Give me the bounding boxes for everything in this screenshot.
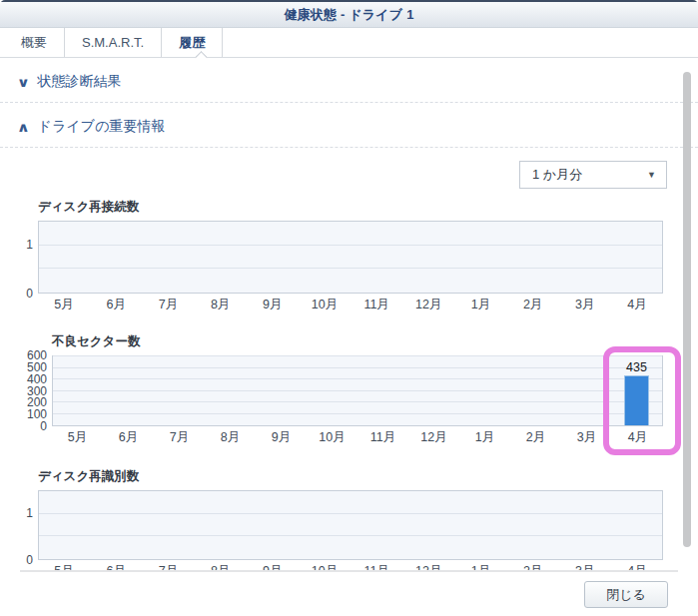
x-tick-label: 7月 [154,429,205,446]
chart-column: 435 [611,356,662,425]
period-select-row: 1 か月分 ▼ [0,161,667,189]
x-tick-label: 6月 [90,297,142,313]
period-select[interactable]: 1 か月分 ▼ [519,161,667,189]
x-tick-label: 11月 [357,429,408,446]
chart-column [560,356,611,425]
bar-4月 [624,375,649,425]
x-tick-label: 12月 [408,429,459,446]
chart-column [506,491,558,559]
x-tick-label: 8月 [195,297,247,313]
dialog-footer: 閉じる [0,570,698,616]
chart-column [350,491,402,559]
chart-x-axis: 5月6月7月8月9月10月11月12月1月2月3月4月 [38,294,663,313]
chart-x-axis: 5月6月7月8月9月10月11月12月1月2月3月4月 [52,426,663,446]
chart-column [195,222,247,293]
chart-column [195,491,247,559]
bar-value-label: 435 [626,360,647,374]
chart-column [155,356,206,425]
chart-bad-sector-count: 不良セクター数 6005004003002001000 435 5月6月7月8月… [0,333,663,446]
scrollbar-thumb[interactable] [683,72,691,547]
tab-overview[interactable]: 概要 [4,28,64,57]
chart-column [558,491,610,559]
period-select-value: 1 か月分 [532,166,582,184]
chart-plot-area [38,221,663,294]
x-tick-label: 7月 [142,297,194,313]
tab-smart[interactable]: S.M.A.R.T. [64,28,161,57]
section-diagnosis-result[interactable]: ∨ 状態診断結果 [0,58,698,103]
x-tick-label: 4月 [612,429,663,446]
x-tick-label: 12月 [402,297,454,313]
chart-column [454,491,506,559]
x-tick-label: 9月 [256,429,307,446]
chart-column [402,222,454,293]
chart-column [299,222,350,293]
x-tick-label: 2月 [510,429,561,446]
close-button[interactable]: 閉じる [584,581,668,608]
chart-plot-area: 435 [52,355,663,426]
x-tick-label: 4月 [611,297,663,313]
chart-column [454,222,506,293]
dropdown-caret-icon: ▼ [647,170,656,180]
x-tick-label: 5月 [38,297,90,313]
chevron-down-icon: ∨ [17,75,30,90]
chart-column [610,491,662,559]
x-tick-label: 9月 [247,297,299,313]
chart-column [357,356,408,425]
health-status-dialog: 健康状態 - ドライブ 1 概要 S.M.A.R.T. 履歴 ∨ 状態診断結果 … [0,0,698,616]
chart-column [459,356,510,425]
tab-history[interactable]: 履歴 [161,28,223,57]
dialog-titlebar[interactable]: 健康状態 - ドライブ 1 [0,0,698,28]
chart-disk-reidentification-count: ディスク再識別数 10 5月6月7月8月9月10月11月12月1月2月3月4月 [0,468,663,580]
chart-title: ディスク再識別数 [38,468,663,485]
chart-column [91,222,143,293]
chevron-up-icon: ∧ [17,120,30,135]
x-tick-label: 6月 [103,429,154,446]
x-tick-label: 10月 [307,429,357,446]
chart-column [506,222,558,293]
section-drive-important-info[interactable]: ∧ ドライブの重要情報 [0,103,698,148]
chart-disk-reconnection-count: ディスク再接続数 10 5月6月7月8月9月10月11月12月1月2月3月4月 [0,199,663,313]
chart-column [53,356,104,425]
chart-column [143,222,195,293]
x-tick-label: 3月 [559,297,611,313]
footer-divider [20,570,678,572]
section-label: 状態診断結果 [38,73,122,91]
chart-column [350,222,402,293]
chart-y-axis: 6005004003002001000 [0,355,52,426]
chart-title: ディスク再接続数 [38,199,663,216]
x-tick-label: 2月 [507,297,559,313]
dialog-content: ∨ 状態診断結果 ∧ ドライブの重要情報 1 か月分 ▼ ディスク再接続数 10… [0,58,698,580]
x-tick-label: 11月 [350,297,402,313]
chart-column [39,222,91,293]
chart-column [558,222,610,293]
chart-column [256,356,307,425]
chart-y-axis: 10 [0,221,38,294]
dialog-title: 健康状態 - ドライブ 1 [284,6,413,24]
chart-column [247,491,299,559]
x-tick-label: 3月 [561,429,612,446]
x-tick-label: 5月 [52,429,103,446]
section-label: ドライブの重要情報 [38,118,166,136]
chart-column [299,491,350,559]
chart-plot-area [38,490,663,560]
chart-column [205,356,256,425]
chart-column [509,356,560,425]
x-tick-label: 10月 [299,297,350,313]
x-tick-label: 1月 [459,429,510,446]
chart-column [307,356,357,425]
chart-y-axis: 10 [0,490,38,560]
chart-column [39,491,91,559]
chart-column [610,222,662,293]
tab-bar: 概要 S.M.A.R.T. 履歴 [0,28,698,58]
chart-column [104,356,155,425]
chart-column [402,491,454,559]
chart-title: 不良セクター数 [52,333,663,350]
chart-column [247,222,299,293]
x-tick-label: 1月 [454,297,506,313]
chart-column [91,491,143,559]
x-tick-label: 8月 [205,429,256,446]
chart-column [408,356,459,425]
chart-column [143,491,195,559]
